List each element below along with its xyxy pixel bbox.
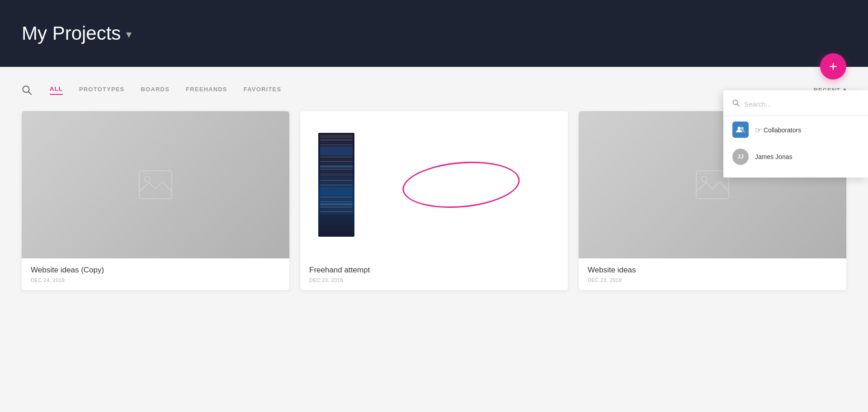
collaborators-icon [732,122,749,138]
svg-point-3 [145,176,150,182]
freehand-oval-area [354,162,568,207]
svg-line-7 [737,104,740,107]
collaborators-label: ☞ Collaborators [755,125,801,135]
project-card-website-ideas-copy[interactable]: Website ideas (Copy) DEC 24, 2018 [22,111,289,290]
tab-prototypes[interactable]: PROTOTYPES [79,85,125,95]
tab-all[interactable]: ALL [50,85,63,95]
user-label-james-jonas: James Jonas [755,153,792,160]
freehand-content [300,111,568,258]
tab-favorites[interactable]: FAVORITES [244,85,282,95]
cursor-pointer: ☞ [755,126,762,135]
card-date-1: DEC 24, 2018 [31,277,280,283]
page-title-text: My Projects [22,23,121,44]
card-info-1: Website ideas (Copy) DEC 24, 2018 [22,258,289,290]
card-title-1: Website ideas (Copy) [31,266,280,275]
add-project-button[interactable]: + [820,53,846,80]
projects-grid: Website ideas (Copy) DEC 24, 2018 [22,111,846,290]
card-preview-1 [22,111,289,258]
project-card-freehand-attempt[interactable]: Freehand attempt DEC 23, 2018 [300,111,568,290]
card-info-2: Freehand attempt DEC 23, 2018 [300,258,568,290]
card-date-2: DEC 23, 2018 [309,277,559,283]
card-date-3: DEC 23, 2018 [588,277,837,283]
header: My Projects ▾ + [0,0,868,67]
search-dropdown-panel: ☞ Collaborators JJ James Jonas [723,90,868,178]
filter-tabs: ALL PROTOTYPES BOARDS FREEHANDS FAVORITE… [50,85,281,95]
card-title-3: Website ideas [588,266,837,275]
dropdown-item-collaborators[interactable]: ☞ Collaborators [723,116,868,143]
dropdown-search-input[interactable] [744,100,859,108]
freehand-screenshot [318,133,354,237]
placeholder-icon-1 [137,169,174,201]
oval-drawing [401,157,522,212]
svg-point-8 [738,127,741,130]
tab-freehands[interactable]: FREEHANDS [186,85,227,95]
card-info-3: Website ideas DEC 23, 2018 [579,258,846,290]
dropdown-search-icon [732,99,740,108]
screenshot-inner [318,133,354,237]
page-title: My Projects ▾ [22,23,132,44]
svg-rect-2 [139,171,172,199]
card-title-2: Freehand attempt [309,266,559,275]
dropdown-search-area [723,99,868,116]
svg-point-5 [702,176,707,182]
card-preview-2 [300,111,568,258]
title-chevron-icon[interactable]: ▾ [126,28,132,41]
dropdown-item-james-jonas[interactable]: JJ James Jonas [723,143,868,170]
svg-line-1 [28,92,31,94]
svg-point-9 [741,127,744,130]
tab-boards[interactable]: BOARDS [141,85,170,95]
filter-bar: ALL PROTOTYPES BOARDS FREEHANDS FAVORITE… [22,85,846,95]
user-avatar-james-jonas: JJ [732,149,749,165]
search-button[interactable] [22,85,32,95]
